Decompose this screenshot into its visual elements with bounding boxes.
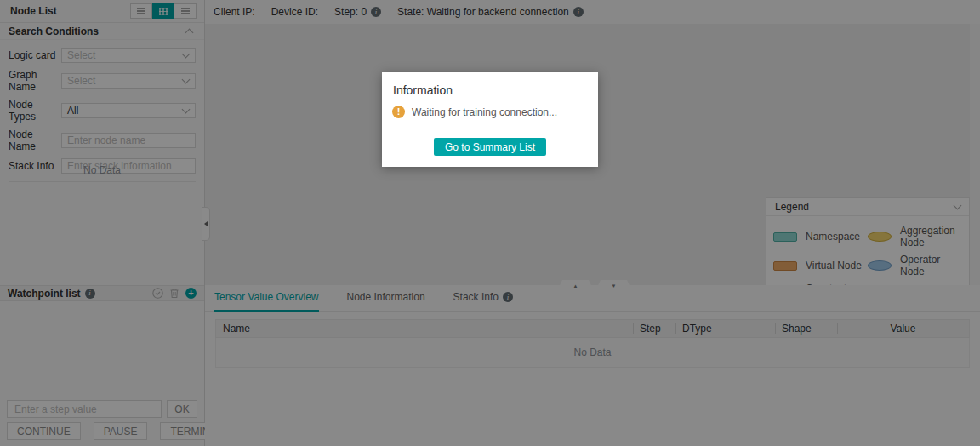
information-dialog: Information ! Waiting for training conne…	[382, 72, 598, 167]
dialog-message: Waiting for training connection...	[412, 106, 557, 118]
modal-overlay	[0, 0, 980, 446]
debugger-page: Node List Search Conditions Logic card	[0, 0, 980, 446]
dialog-body: ! Waiting for training connection...	[392, 106, 598, 118]
warning-icon: !	[392, 106, 405, 118]
go-to-summary-list-button[interactable]: Go to Summary List	[434, 138, 546, 156]
dialog-title: Information	[393, 83, 598, 97]
